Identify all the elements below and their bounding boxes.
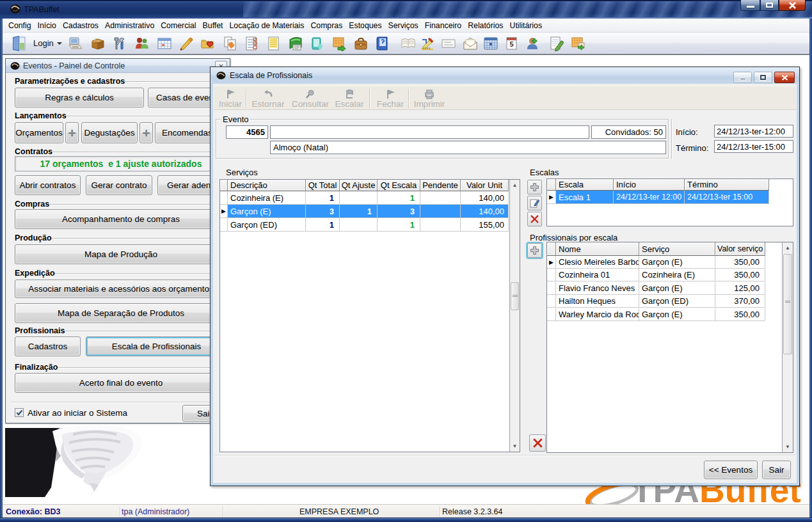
svg-text:5: 5 bbox=[509, 40, 513, 48]
